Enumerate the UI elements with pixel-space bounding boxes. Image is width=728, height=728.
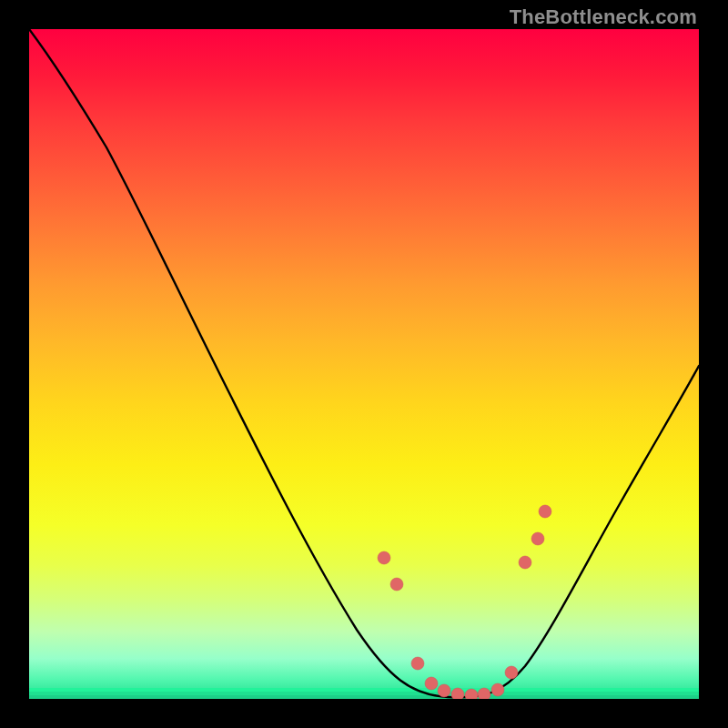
dot xyxy=(465,689,478,699)
dot xyxy=(451,688,464,699)
dot xyxy=(411,657,424,670)
dot xyxy=(505,666,518,679)
dot xyxy=(425,677,438,690)
chart-frame: TheBottleneck.com xyxy=(0,0,728,728)
dot xyxy=(378,551,390,564)
dot xyxy=(531,532,544,545)
curve-svg xyxy=(29,29,699,699)
dot xyxy=(478,688,490,699)
plot-area xyxy=(29,29,699,699)
marker-dots-group xyxy=(378,505,551,699)
dot xyxy=(519,556,531,569)
bottleneck-curve-path xyxy=(29,29,699,697)
dot xyxy=(491,683,504,696)
dot xyxy=(438,684,450,697)
dot xyxy=(539,505,551,518)
dot xyxy=(390,578,403,591)
watermark-text: TheBottleneck.com xyxy=(510,5,697,29)
